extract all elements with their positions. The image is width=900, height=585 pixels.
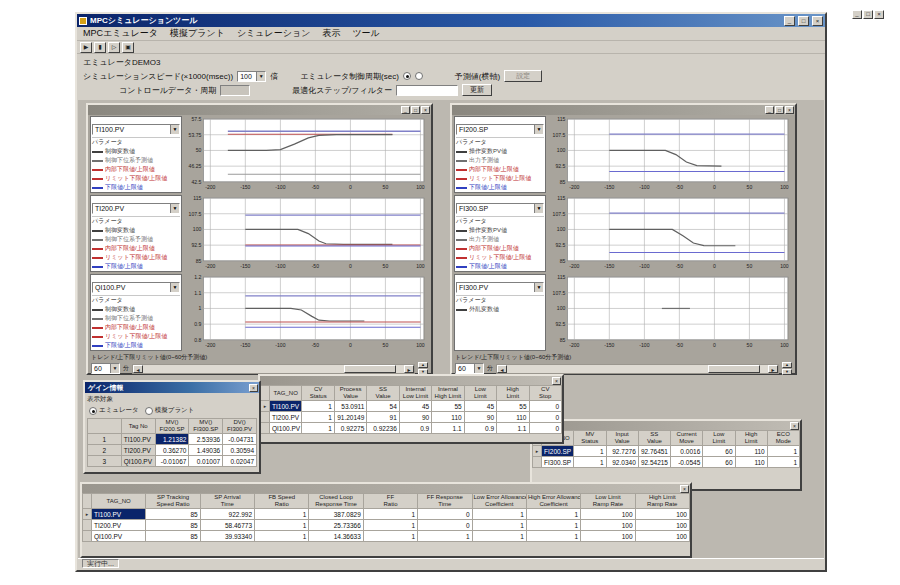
run-icon[interactable]: ▶ <box>80 42 92 53</box>
child-close-button[interactable]: × <box>421 106 430 114</box>
update-button[interactable]: 更新 <box>462 84 492 96</box>
menu-tool[interactable]: ツール <box>352 27 379 40</box>
trend-range-unit: 分 <box>123 364 129 373</box>
row-selector[interactable]: ▸ <box>261 401 270 412</box>
menu-simulation[interactable]: シミュレーション <box>237 27 310 40</box>
chevron-down-icon[interactable]: ▼ <box>256 72 265 81</box>
row-selector[interactable]: ▸ <box>533 446 542 457</box>
desktop-close-button[interactable]: × <box>874 10 884 19</box>
gain-window-title-bar[interactable]: ゲイン情報 × <box>85 382 259 393</box>
table-row[interactable]: TI200.PV8558.46773125.733661011100100 <box>83 520 690 531</box>
chevron-down-icon[interactable]: ▼ <box>110 364 119 373</box>
chevron-down-icon[interactable]: ▼ <box>534 125 543 134</box>
table-row[interactable]: 2TI200.PV0.362701.490360.30594 <box>88 445 257 456</box>
close-button[interactable]: × <box>812 16 823 26</box>
scroll-right-icon[interactable]: ► <box>404 365 414 373</box>
chevron-down-icon[interactable]: ▼ <box>170 204 179 213</box>
tag-select[interactable]: FI300.SP ▼ <box>456 203 544 214</box>
spin-up-icon[interactable]: ▲ <box>418 362 428 368</box>
child-title-bar[interactable]: _ □ × <box>88 105 431 115</box>
scroll-thumb[interactable] <box>344 365 396 373</box>
cv-table-title-bar[interactable]: × <box>260 376 562 385</box>
table-row[interactable]: 1TI100.PV1.213822.53936-0.04731 <box>88 434 257 445</box>
menu-view[interactable]: 表示 <box>322 27 340 40</box>
spin-up-icon[interactable]: ▲ <box>782 362 792 368</box>
table-row[interactable]: ▸TI100.PV153.091154455545550 <box>261 401 562 412</box>
column-header: SSValue <box>638 431 670 446</box>
time-scrollbar[interactable]: ◄ ► <box>496 364 779 374</box>
child-minimize-button[interactable]: _ <box>401 106 410 114</box>
row-selector[interactable] <box>533 457 542 468</box>
table-cell: 1 <box>526 520 580 531</box>
menu-mock-plant[interactable]: 模擬プラント <box>170 27 225 40</box>
predict-axis-button[interactable]: 設定 <box>504 70 542 82</box>
cv-table-close-icon[interactable]: × <box>552 377 561 385</box>
table-cell: 1 <box>574 457 606 468</box>
table-row[interactable]: 3QI100.PV-0.010670.010070.02047 <box>88 456 257 467</box>
row-selector[interactable] <box>261 412 270 423</box>
mv-table-close-icon[interactable]: × <box>790 422 799 430</box>
table-row[interactable]: QI100.PV10.922750.922360.91.10.91.10 <box>261 423 562 434</box>
trend-range-select[interactable]: 60 ▼ <box>91 363 120 374</box>
minimize-button[interactable]: _ <box>784 16 795 26</box>
tuning-table-title-bar[interactable]: × <box>82 484 690 493</box>
child-maximize-button[interactable]: □ <box>411 106 420 114</box>
maximize-button[interactable]: □ <box>798 16 809 26</box>
scroll-thumb[interactable] <box>708 365 760 373</box>
tag-select[interactable]: TI200.PV ▼ <box>92 203 180 214</box>
row-selector[interactable] <box>83 520 92 531</box>
row-selector[interactable]: ▸ <box>83 509 92 520</box>
table-cell: 1 <box>255 509 309 520</box>
cycle-radio-1[interactable] <box>403 72 411 80</box>
optimize-step-input[interactable] <box>396 85 458 96</box>
chevron-down-icon[interactable]: ▼ <box>170 125 179 134</box>
gain-radio-plant[interactable] <box>145 407 153 415</box>
tuning-table-close-icon[interactable]: × <box>680 485 689 493</box>
trend-range-select[interactable]: 60 ▼ <box>455 363 484 374</box>
table-row[interactable]: FI300.SP192.034092.54215-0.0545601101 <box>533 457 800 468</box>
table-row[interactable]: ▸FI200.SP192.727692.764510.0016601101 <box>533 446 800 457</box>
chevron-down-icon[interactable]: ▼ <box>534 283 543 292</box>
scroll-right-icon[interactable]: ► <box>768 365 778 373</box>
tag-select[interactable]: TI100.PV ▼ <box>92 124 180 135</box>
child-close-button[interactable]: × <box>785 106 794 114</box>
child-title-bar[interactable]: _ □ × <box>452 105 795 115</box>
save-icon[interactable]: ▣ <box>122 42 134 53</box>
chevron-down-icon[interactable]: ▼ <box>474 364 483 373</box>
row-selector[interactable] <box>83 531 92 542</box>
cv-table-window: × TAG_NOCVStatusProcessValueSSValueInter… <box>258 374 564 444</box>
table-row[interactable]: QI100.PV8539.93340114.366331111100100 <box>83 531 690 542</box>
mv-table-title-bar[interactable]: × <box>532 421 800 430</box>
sim-speed-select[interactable]: 100 ▼ <box>237 71 266 82</box>
gain-radio-emulator[interactable] <box>89 407 97 415</box>
spin-down-icon[interactable]: ▼ <box>782 369 792 375</box>
pause-icon[interactable]: ▮ <box>94 42 106 53</box>
column-header: CurrentMove <box>671 431 703 446</box>
chevron-down-icon[interactable]: ▼ <box>534 204 543 213</box>
table-cell: 25.73366 <box>309 520 363 531</box>
menu-mpc-emulator[interactable]: MPCエミュレータ <box>83 27 158 40</box>
desktop-maximize-button[interactable]: □ <box>863 10 873 19</box>
child-maximize-button[interactable]: □ <box>775 106 784 114</box>
table-row[interactable]: TI200.PV191.201499190110901100 <box>261 412 562 423</box>
cycle-radio-2[interactable] <box>415 72 423 80</box>
row-selector[interactable] <box>261 423 270 434</box>
svg-text:92.5: 92.5 <box>191 242 201 248</box>
tag-select[interactable]: FI300.PV ▼ <box>456 282 544 293</box>
tag-select[interactable]: QI100.PV ▼ <box>92 282 180 293</box>
scroll-left-icon[interactable]: ◄ <box>133 365 143 373</box>
legend-title: パラメータ <box>92 137 180 147</box>
child-minimize-button[interactable]: _ <box>765 106 774 114</box>
table-cell: 100 <box>581 520 635 531</box>
title-bar[interactable]: MPCシミュレーションツール _ □ × <box>77 14 825 27</box>
step-icon[interactable]: ▷ <box>108 42 120 53</box>
desktop-minimize-button[interactable]: _ <box>852 10 862 19</box>
table-cell: 1 <box>418 531 472 542</box>
scroll-left-icon[interactable]: ◄ <box>497 365 507 373</box>
time-scrollbar[interactable]: ◄ ► <box>132 364 415 374</box>
tag-select[interactable]: FI200.SP ▼ <box>456 124 544 135</box>
chevron-down-icon[interactable]: ▼ <box>170 283 179 292</box>
gain-window-close-icon[interactable]: × <box>249 384 258 392</box>
table-cell: 1 <box>255 520 309 531</box>
table-row[interactable]: ▸TI100.PV85922.9921387.08291011100100 <box>83 509 690 520</box>
